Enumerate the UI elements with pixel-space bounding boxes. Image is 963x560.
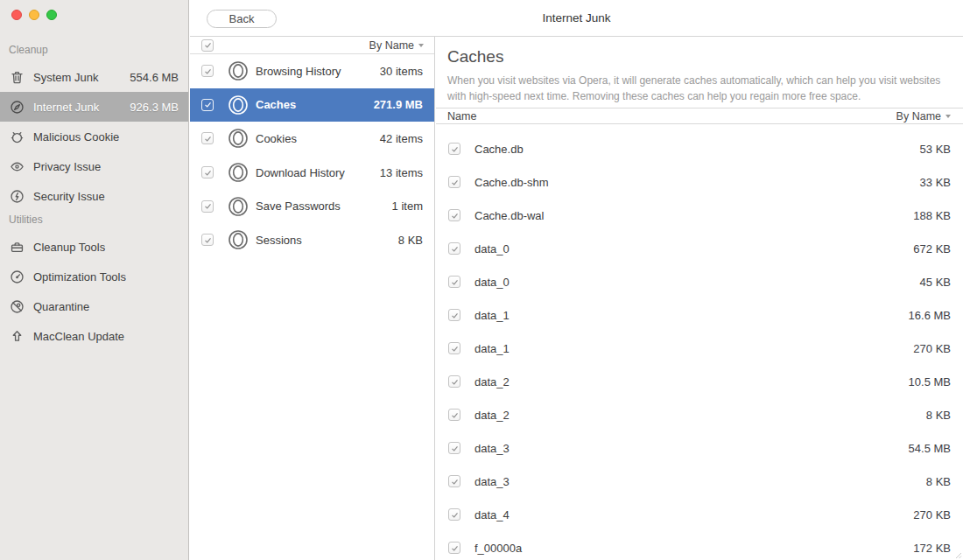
file-row-data-2-8[interactable]: data_2 8 KB [436,398,963,431]
sidebar-section-label-utilities: Utilities [0,211,188,228]
file-size: 45 KB [920,276,951,289]
file-row-data-4-11[interactable]: data_4 270 KB [436,498,963,531]
sidebar-item-malicious-cookie[interactable]: Malicious Cookie [0,122,188,151]
checkbox[interactable] [448,342,460,354]
file-size: 270 KB [913,508,951,522]
sidebar-item-label: Internet Junk [33,101,130,114]
category-value: 42 items [380,132,423,145]
category-row-save-passwords[interactable]: Save Passwords 1 item [190,189,434,223]
opera-icon [228,94,249,116]
file-row-cache-db-wal-2[interactable]: Cache.db-wal 188 KB [436,199,963,232]
checkbox[interactable] [448,276,460,288]
category-label: Cookies [256,132,380,145]
sidebar-item-system-junk[interactable]: System Junk 554.6 MB [0,62,188,92]
category-sort-control[interactable]: By Name [369,39,424,52]
file-name: data_3 [474,475,926,488]
sidebar: Cleanup System Junk 554.6 MB Internet Ju… [0,0,189,560]
checkbox[interactable] [201,200,214,213]
category-value: 8 KB [398,234,423,247]
file-size: 54.5 MB [909,442,951,455]
checkbox[interactable] [448,508,460,521]
detail-sort-control[interactable]: By Name [896,110,951,122]
checkbox[interactable] [201,234,214,246]
category-label: Browsing History [256,65,380,78]
gauge-icon [10,270,25,284]
sidebar-item-internet-junk[interactable]: Internet Junk 926.3 MB [0,92,188,122]
close-window-button[interactable] [11,10,22,20]
file-name: Cache.db-wal [474,209,913,222]
sidebar-section-label-cleanup: Cleanup [0,41,188,59]
checkbox[interactable] [448,143,460,155]
file-name: Cache.db [474,143,920,156]
checkbox[interactable] [201,132,214,144]
file-row-data-3-10[interactable]: data_3 8 KB [436,465,963,498]
sidebar-item-privacy-issue[interactable]: Privacy Issue [0,151,188,181]
file-name: data_2 [474,409,926,422]
sidebar-sections: Cleanup System Junk 554.6 MB Internet Ju… [0,0,188,351]
file-size: 8 KB [926,475,951,488]
file-row-data-1-5[interactable]: data_1 16.6 MB [436,298,963,332]
checkbox[interactable] [448,409,460,421]
sidebar-item-label: Cleanup Tools [33,241,179,254]
file-row-cache-db-shm-1[interactable]: Cache.db-shm 33 KB [436,165,963,199]
sidebar-item-macclean-update[interactable]: MacClean Update [0,321,188,351]
file-row-f-00000a-12[interactable]: f_00000a 172 KB [436,531,963,560]
file-size: 672 KB [913,242,951,256]
minimize-window-button[interactable] [29,10,39,20]
file-size: 188 KB [913,209,951,222]
file-row-data-2-7[interactable]: data_2 10.5 MB [436,365,963,398]
category-label: Save Passwords [256,200,392,213]
sidebar-item-value: 554.6 MB [130,71,179,84]
checkbox[interactable] [448,542,460,554]
file-name: Cache.db-shm [474,176,920,189]
file-name: data_3 [474,442,909,455]
checkbox[interactable] [448,209,460,221]
sidebar-item-label: MacClean Update [33,330,179,343]
checkbox[interactable] [448,475,460,487]
sidebar-item-security-issue[interactable]: Security Issue [0,181,188,211]
category-panel: By Name Browsing History 30 items Caches… [190,37,435,560]
file-row-data-1-6[interactable]: data_1 270 KB [436,332,963,365]
compass-icon [10,100,25,115]
file-row-data-0-3[interactable]: data_0 672 KB [436,232,963,265]
category-rows: Browsing History 30 items Caches 271.9 M… [190,54,434,257]
category-label: Sessions [256,234,398,247]
toolbox-icon [10,240,25,255]
file-name: data_0 [474,242,913,256]
detail-header: Caches When you visit websites via Opera… [436,37,963,108]
file-name: data_2 [474,375,909,388]
resize-grip[interactable] [952,550,962,559]
sidebar-item-cleanup-tools[interactable]: Cleanup Tools [0,232,188,262]
file-row-cache-db-0[interactable]: Cache.db 53 KB [436,132,963,165]
file-size: 33 KB [920,176,951,189]
file-name: data_1 [474,309,909,322]
category-list-header: By Name [190,37,434,54]
category-row-caches[interactable]: Caches 271.9 MB [190,88,434,122]
category-row-browsing-history[interactable]: Browsing History 30 items [190,54,434,88]
detail-sort-label: By Name [896,110,941,122]
select-all-checkbox[interactable] [201,39,214,52]
opera-icon [228,162,249,183]
checkbox[interactable] [448,442,460,454]
category-row-cookies[interactable]: Cookies 42 items [190,122,434,156]
category-row-download-history[interactable]: Download History 13 items [190,156,434,190]
window-controls [11,10,57,20]
checkbox[interactable] [448,309,460,321]
file-row-data-3-9[interactable]: data_3 54.5 MB [436,431,963,465]
sidebar-item-quarantine[interactable]: Quarantine [0,291,188,321]
category-row-sessions[interactable]: Sessions 8 KB [190,223,434,257]
checkbox[interactable] [201,166,214,178]
zoom-window-button[interactable] [46,10,57,20]
opera-icon [228,60,249,81]
checkbox[interactable] [448,242,460,255]
sidebar-item-label: Optimization Tools [33,270,179,284]
checkbox[interactable] [201,65,214,77]
window-title: Internet Junk [190,11,963,24]
checkbox[interactable] [448,176,460,188]
sidebar-item-optimization-tools[interactable]: Optimization Tools [0,262,188,291]
file-row-data-0-4[interactable]: data_0 45 KB [436,265,963,298]
category-value: 13 items [380,166,423,179]
checkbox[interactable] [201,99,214,111]
checkbox[interactable] [448,375,460,388]
bug-icon [10,130,25,144]
